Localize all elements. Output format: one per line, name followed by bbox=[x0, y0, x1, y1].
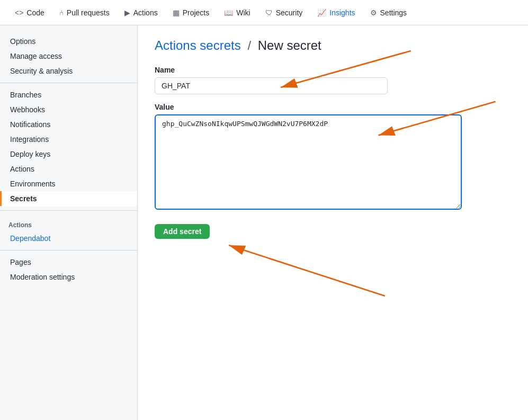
value-label: Value bbox=[155, 103, 511, 111]
nav-pull-requests-label: Pull requests bbox=[67, 8, 110, 17]
name-label: Name bbox=[155, 66, 511, 74]
sidebar-item-branches[interactable]: Branches bbox=[0, 87, 137, 102]
nav-projects[interactable]: ▦ Projects bbox=[166, 4, 216, 21]
sidebar-item-actions[interactable]: Actions bbox=[0, 162, 137, 176]
page-layout: Options Manage access Security & analysi… bbox=[0, 25, 528, 420]
page-title: New secret bbox=[258, 38, 321, 52]
name-input[interactable] bbox=[155, 77, 388, 94]
sidebar-item-moderation[interactable]: Moderation settings bbox=[0, 270, 137, 284]
sidebar-item-secrets[interactable]: Secrets bbox=[0, 191, 137, 206]
breadcrumb-separator: / bbox=[247, 38, 251, 52]
sidebar-divider-1 bbox=[0, 83, 137, 83]
name-form-group: Name bbox=[155, 66, 511, 94]
sidebar-item-integrations[interactable]: Integrations bbox=[0, 132, 137, 147]
page-header: Actions secrets / New secret bbox=[155, 38, 511, 53]
pull-request-icon: ⑃ bbox=[59, 8, 64, 17]
sidebar-divider-3 bbox=[0, 250, 137, 251]
actions-icon: ▶ bbox=[124, 8, 130, 17]
nav-code-label: Code bbox=[26, 8, 44, 17]
svg-line-3 bbox=[229, 245, 385, 296]
value-form-group: Value bbox=[155, 103, 511, 211]
code-icon: <> bbox=[15, 8, 23, 17]
settings-icon: ⚙ bbox=[370, 8, 377, 17]
sidebar-divider-2 bbox=[0, 210, 137, 211]
nav-security[interactable]: 🛡 Security bbox=[259, 4, 309, 21]
wiki-icon: 📖 bbox=[224, 8, 233, 17]
security-icon: 🛡 bbox=[265, 8, 273, 17]
add-secret-button[interactable]: Add secret bbox=[155, 224, 210, 239]
value-textarea[interactable] bbox=[155, 114, 462, 210]
sidebar-item-security-analysis[interactable]: Security & analysis bbox=[0, 64, 137, 78]
sidebar-item-manage-access[interactable]: Manage access bbox=[0, 49, 137, 64]
nav-pull-requests[interactable]: ⑃ Pull requests bbox=[53, 4, 116, 21]
sidebar-item-webhooks[interactable]: Webhooks bbox=[0, 102, 137, 117]
nav-settings[interactable]: ⚙ Settings bbox=[364, 4, 414, 21]
sidebar: Options Manage access Security & analysi… bbox=[0, 25, 138, 420]
sidebar-item-options[interactable]: Options bbox=[0, 34, 137, 49]
nav-actions[interactable]: ▶ Actions bbox=[118, 4, 164, 21]
nav-wiki-label: Wiki bbox=[236, 8, 250, 17]
sidebar-item-dependabot[interactable]: Dependabot bbox=[0, 231, 137, 246]
nav-insights[interactable]: 📈 Insights bbox=[311, 4, 361, 21]
sidebar-item-notifications[interactable]: Notifications bbox=[0, 117, 137, 132]
nav-security-label: Security bbox=[276, 8, 303, 17]
projects-icon: ▦ bbox=[173, 8, 180, 17]
nav-settings-label: Settings bbox=[380, 8, 407, 17]
nav-wiki[interactable]: 📖 Wiki bbox=[218, 4, 256, 21]
sidebar-item-environments[interactable]: Environments bbox=[0, 176, 137, 191]
nav-code[interactable]: <> Code bbox=[8, 4, 51, 21]
top-nav: <> Code ⑃ Pull requests ▶ Actions ▦ Proj… bbox=[0, 0, 528, 25]
insights-icon: 📈 bbox=[317, 8, 326, 17]
sidebar-section-actions-header: Actions bbox=[0, 215, 137, 231]
nav-insights-label: Insights bbox=[329, 8, 355, 17]
nav-actions-label: Actions bbox=[133, 8, 158, 17]
nav-projects-label: Projects bbox=[183, 8, 210, 17]
main-content: Actions secrets / New secret Name Value … bbox=[138, 25, 528, 420]
sidebar-item-pages[interactable]: Pages bbox=[0, 255, 137, 270]
sidebar-item-deploy-keys[interactable]: Deploy keys bbox=[0, 147, 137, 162]
breadcrumb-link[interactable]: Actions secrets bbox=[155, 38, 241, 52]
